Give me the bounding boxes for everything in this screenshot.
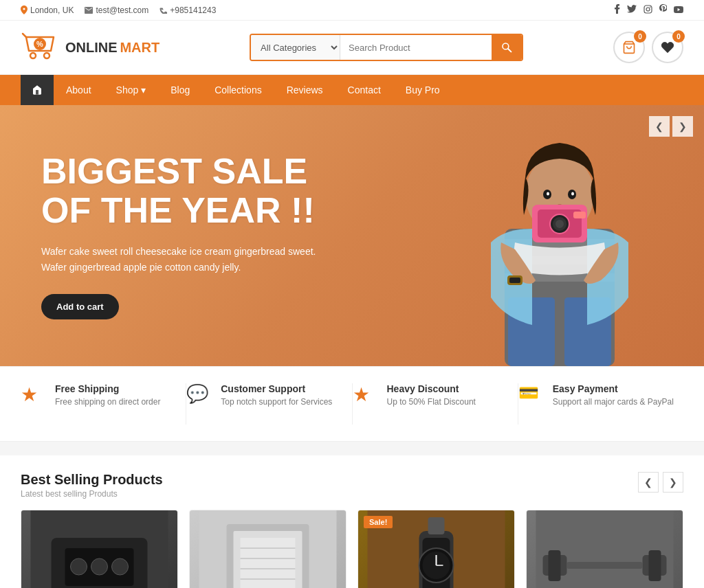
search-bar: All Categories [250, 34, 523, 61]
svg-rect-30 [509, 278, 520, 283]
category-select[interactable]: All Categories [251, 35, 340, 60]
nav-about[interactable]: About [54, 75, 104, 105]
section-title-group: Best Selling Products Latest best sellin… [21, 472, 163, 499]
nav-blog[interactable]: Blog [158, 75, 202, 105]
svg-rect-59 [549, 550, 561, 581]
product-4-image [527, 510, 683, 588]
product-card[interactable] [21, 510, 178, 588]
nav-home[interactable] [21, 75, 54, 105]
hero-person-image [436, 105, 683, 366]
svg-point-27 [556, 220, 564, 228]
feature-discount-text: Heavy Discount Up to 50% Flat Discount [387, 383, 476, 407]
svg-rect-28 [573, 212, 586, 218]
logo[interactable]: % ONLINE MART [21, 30, 160, 65]
section-title: Best Selling Products [21, 472, 163, 488]
sale-badge: Sale! [364, 516, 393, 528]
navbar: About Shop ▾ Blog Collections Reviews Co… [0, 75, 704, 105]
feature-free-shipping-text: Free Shipping Free shipping on direct or… [55, 383, 160, 407]
feature-support-text: Customer Support Top notch support for S… [221, 383, 332, 407]
svg-point-37 [112, 558, 129, 575]
product-2-image [190, 510, 346, 588]
search-button[interactable] [492, 35, 522, 60]
social-links [615, 4, 683, 16]
svg-point-20 [547, 192, 549, 196]
nav-shop[interactable]: Shop ▾ [104, 75, 159, 105]
facebook-link[interactable] [615, 4, 620, 16]
svg-point-35 [71, 558, 87, 575]
cart-button[interactable]: 0 [613, 32, 645, 63]
product-grid: Sale! [21, 510, 683, 588]
discount-icon: ★ [353, 383, 377, 406]
logo-text: ONLINE MART [65, 41, 160, 54]
nav-reviews[interactable]: Reviews [274, 75, 336, 105]
hero-prev-btn[interactable]: ❮ [649, 116, 670, 137]
product-image [190, 510, 346, 588]
nav-contact[interactable]: Contact [336, 75, 393, 105]
svg-point-4 [44, 53, 50, 58]
svg-point-3 [30, 53, 36, 58]
hero-content: BIGGEST SALE OF THE YEAR !! Wafer cake s… [0, 124, 357, 347]
home-icon [32, 84, 43, 95]
twitter-link[interactable] [627, 5, 637, 15]
best-selling-section: Best Selling Products Latest best sellin… [0, 455, 704, 588]
top-bar-left: London, UK test@test.com +985141243 [21, 5, 216, 15]
payment-icon: 💳 [518, 383, 543, 403]
svg-rect-58 [567, 562, 643, 569]
nav-collections[interactable]: Collections [202, 75, 274, 105]
products-prev-btn[interactable]: ❮ [638, 472, 659, 493]
logo-icon: % [21, 30, 58, 65]
feature-easy-payment: 💳 Easy Payment Support all major cards &… [518, 383, 683, 425]
product-1-image [21, 510, 177, 588]
instagram-link[interactable] [644, 5, 652, 16]
wishlist-button[interactable]: 0 [652, 32, 683, 63]
feature-payment-text: Easy Payment Support all major cards & P… [553, 383, 674, 407]
product-card[interactable]: Sale! [358, 510, 515, 588]
product-card[interactable] [526, 510, 683, 588]
hero-next-btn[interactable]: ❯ [672, 116, 693, 137]
svg-line-8 [508, 49, 511, 52]
search-icon [501, 42, 512, 53]
header: % ONLINE MART All Categories [0, 21, 704, 75]
product-image [527, 510, 683, 588]
youtube-link[interactable] [674, 5, 683, 15]
svg-point-21 [571, 192, 574, 196]
hero-nav-buttons: ❮ ❯ [649, 116, 693, 137]
svg-text:%: % [36, 40, 43, 48]
section-subtitle: Latest best selling Produts [21, 489, 163, 499]
products-next-btn[interactable]: ❯ [663, 472, 683, 493]
top-bar: London, UK test@test.com +985141243 [0, 0, 704, 21]
product-image [21, 510, 177, 588]
search-input[interactable] [340, 35, 492, 60]
hero-description: Wafer cake sweet roll cheesecake ice cre… [41, 244, 316, 275]
product-card[interactable] [189, 510, 346, 588]
feature-customer-support: 💬 Customer Support Top notch support for… [186, 383, 351, 425]
section-nav: ❮ ❯ [638, 472, 683, 493]
hero-banner: BIGGEST SALE OF THE YEAR !! Wafer cake s… [0, 105, 704, 366]
svg-point-2 [650, 6, 651, 8]
wishlist-badge: 0 [672, 30, 685, 43]
free-shipping-icon: ★ [21, 383, 45, 406]
pinterest-link[interactable] [659, 4, 667, 16]
svg-rect-41 [241, 538, 296, 588]
support-icon: 💬 [186, 383, 211, 405]
section-header: Best Selling Products Latest best sellin… [21, 472, 683, 499]
hero-title: BIGGEST SALE OF THE YEAR !! [41, 152, 316, 230]
header-icons: 0 0 [613, 32, 683, 63]
svg-rect-53 [428, 517, 445, 534]
features-section: ★ Free Shipping Free shipping on direct … [0, 366, 704, 442]
cart-icon [622, 41, 636, 54]
email: test@test.com [85, 5, 148, 15]
hero-add-to-cart[interactable]: Add to cart [41, 294, 119, 319]
product-image: Sale! [358, 510, 514, 588]
svg-point-1 [646, 8, 650, 11]
feature-free-shipping: ★ Free Shipping Free shipping on direct … [21, 383, 186, 425]
heart-icon [661, 41, 674, 54]
svg-point-36 [91, 558, 108, 575]
svg-rect-60 [649, 550, 661, 581]
cart-badge: 0 [634, 30, 646, 43]
phone: +985141243 [160, 5, 216, 15]
feature-heavy-discount: ★ Heavy Discount Up to 50% Flat Discount [353, 383, 518, 425]
location: London, UK [21, 5, 74, 15]
nav-buy-pro[interactable]: Buy Pro [393, 75, 452, 105]
